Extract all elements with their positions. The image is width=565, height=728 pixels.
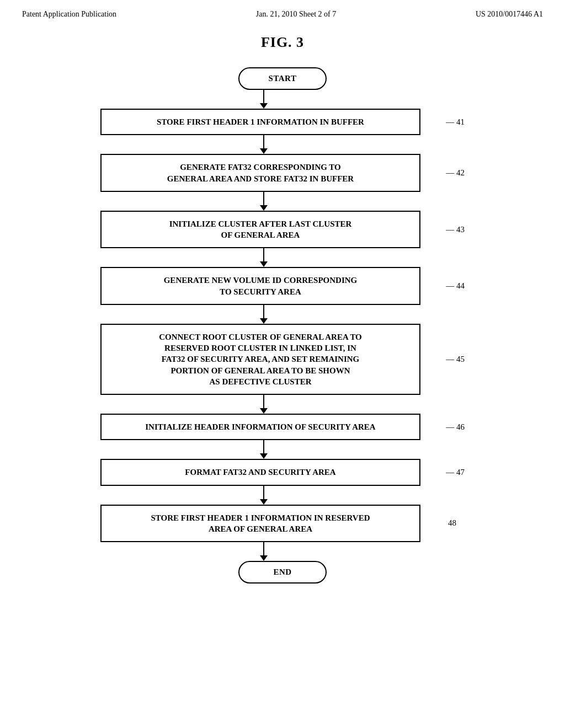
arrow-48-to-end (100, 542, 465, 561)
step-num-44: — 44 (446, 281, 465, 291)
process-42: GENERATE FAT32 CORRESPONDING TOGENERAL A… (100, 154, 420, 192)
page-header: Patent Application Publication Jan. 21, … (0, 0, 565, 24)
arrow-45-to-46 (100, 395, 465, 414)
step-num-43: — 43 (446, 225, 465, 234)
arrow-44-to-45 (100, 305, 465, 324)
start-terminal: START (238, 67, 327, 90)
process-47: FORMAT FAT32 AND SECURITY AREA (100, 459, 420, 485)
process-44: GENERATE NEW VOLUME ID CORRESPONDINGTO S… (100, 267, 420, 305)
step-row-47: FORMAT FAT32 AND SECURITY AREA — 47 (100, 459, 465, 485)
process-43: INITIALIZE CLUSTER AFTER LAST CLUSTEROF … (100, 211, 420, 249)
step-num-47: — 47 (446, 468, 465, 477)
arrow-42-to-43 (100, 192, 465, 211)
arrow-41-to-42 (100, 135, 465, 154)
header-right: US 2010/0017446 A1 (476, 10, 543, 19)
end-terminal: END (238, 561, 327, 584)
step-row-46: INITIALIZE HEADER INFORMATION OF SECURIT… (100, 414, 465, 440)
arrow-start-to-41 (100, 90, 465, 109)
arrow-46-to-47 (100, 440, 465, 459)
step-num-48: 48 (448, 518, 465, 528)
step-row-44: GENERATE NEW VOLUME ID CORRESPONDINGTO S… (100, 267, 465, 305)
step-num-46: — 46 (446, 422, 465, 432)
process-46: INITIALIZE HEADER INFORMATION OF SECURIT… (100, 414, 420, 440)
process-41: STORE FIRST HEADER 1 INFORMATION IN BUFF… (100, 109, 420, 135)
step-row-48: STORE FIRST HEADER 1 INFORMATION IN RESE… (100, 505, 465, 543)
step-num-41: — 41 (446, 117, 465, 127)
figure-title: FIG. 3 (0, 34, 565, 51)
header-left: Patent Application Publication (22, 10, 116, 19)
step-num-45: — 45 (446, 355, 465, 364)
arrow-47-to-48 (100, 486, 465, 505)
step-row-41: STORE FIRST HEADER 1 INFORMATION IN BUFF… (100, 109, 465, 135)
process-45: CONNECT ROOT CLUSTER OF GENERAL AREA TOR… (100, 324, 420, 395)
step-row-42: GENERATE FAT32 CORRESPONDING TOGENERAL A… (100, 154, 465, 192)
arrow-43-to-44 (100, 248, 465, 267)
flowchart: START STORE FIRST HEADER 1 INFORMATION I… (0, 67, 565, 584)
step-num-42: — 42 (446, 168, 465, 178)
step-row-43: INITIALIZE CLUSTER AFTER LAST CLUSTEROF … (100, 211, 465, 249)
step-row-45: CONNECT ROOT CLUSTER OF GENERAL AREA TOR… (100, 324, 465, 395)
process-48: STORE FIRST HEADER 1 INFORMATION IN RESE… (100, 505, 420, 543)
header-center: Jan. 21, 2010 Sheet 2 of 7 (256, 10, 336, 19)
